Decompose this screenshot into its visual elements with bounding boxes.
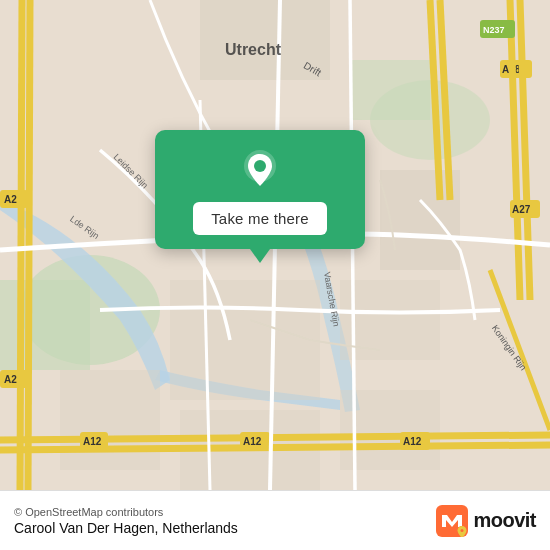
svg-text:Utrecht: Utrecht	[225, 41, 282, 58]
svg-text:N237: N237	[483, 25, 505, 35]
svg-text:A2: A2	[4, 194, 17, 205]
svg-text:A12: A12	[243, 436, 262, 447]
location-name: Carool Van Der Hagen, Netherlands	[14, 520, 238, 536]
svg-text:A2: A2	[4, 374, 17, 385]
moovit-m-icon	[436, 505, 468, 537]
svg-text:A12: A12	[403, 436, 422, 447]
map-container: A2 A2 A12 A12 A12 A28 A27 N237 Koningin …	[0, 0, 550, 490]
svg-rect-4	[350, 60, 430, 120]
svg-rect-9	[60, 370, 160, 470]
popup-card: Take me there	[155, 130, 365, 249]
take-me-there-button[interactable]: Take me there	[193, 202, 327, 235]
moovit-brand-text: moovit	[473, 509, 536, 532]
bottom-bar: © OpenStreetMap contributors Carool Van …	[0, 490, 550, 550]
moovit-logo: moovit	[436, 505, 536, 537]
copyright-text: © OpenStreetMap contributors	[14, 506, 238, 518]
svg-text:A12: A12	[83, 436, 102, 447]
bottom-left-info: © OpenStreetMap contributors Carool Van …	[14, 506, 238, 536]
map-pin-icon	[238, 148, 282, 192]
svg-point-38	[461, 529, 464, 532]
svg-rect-6	[170, 280, 320, 400]
svg-point-35	[254, 160, 266, 172]
svg-rect-2	[0, 280, 90, 370]
svg-text:A27: A27	[512, 204, 531, 215]
